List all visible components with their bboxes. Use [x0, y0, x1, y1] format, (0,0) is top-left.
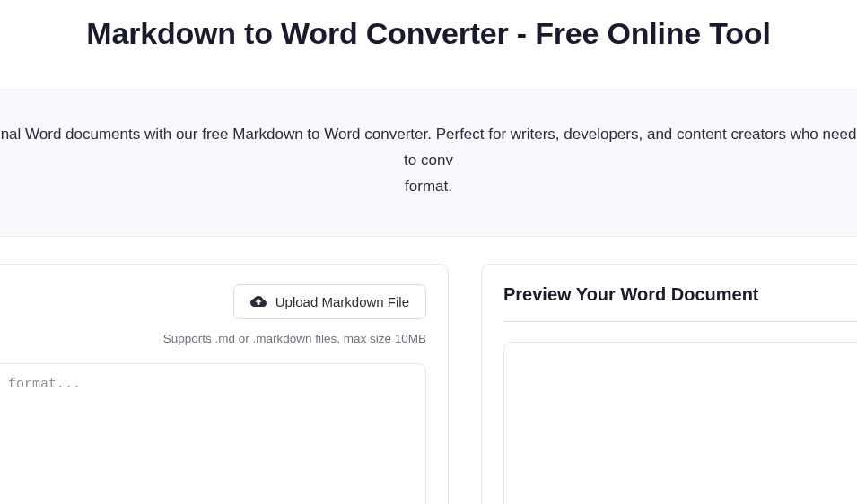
preview-title: Preview Your Word Document	[503, 284, 857, 305]
preview-card: Preview Your Word Document	[481, 264, 857, 504]
description-band: nal Word documents with our free Markdow…	[0, 89, 857, 237]
markdown-input[interactable]	[0, 363, 426, 504]
header-section: Markdown to Word Converter - Free Online…	[0, 0, 857, 89]
main-area: Upload Markdown File Supports .md or .ma…	[0, 237, 857, 504]
cloud-upload-icon	[250, 295, 267, 308]
upload-markdown-button[interactable]: Upload Markdown File	[233, 284, 426, 319]
page-title: Markdown to Word Converter - Free Online…	[0, 16, 857, 51]
preview-pane	[503, 342, 857, 504]
description-text-line1: nal Word documents with our free Markdow…	[0, 122, 857, 174]
input-card: Upload Markdown File Supports .md or .ma…	[0, 264, 449, 504]
upload-row: Upload Markdown File	[0, 284, 426, 319]
upload-hint: Supports .md or .markdown files, max siz…	[0, 332, 426, 345]
preview-divider	[503, 321, 857, 322]
textarea-wrap	[0, 363, 426, 504]
description-text-line2: format.	[0, 174, 857, 200]
upload-button-label: Upload Markdown File	[275, 294, 409, 309]
